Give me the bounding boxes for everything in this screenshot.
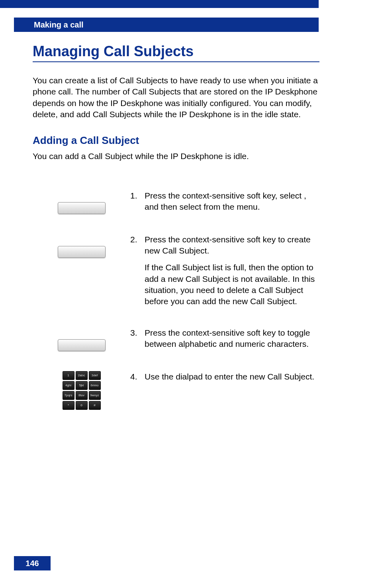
step-4-icon-cell: 1 2abc 3def 4ghi 5jkl 6mno 7pqrs 8tuv 9w… (33, 371, 130, 410)
section-header-bar: Making a call (14, 18, 319, 32)
dialpad-key-3: 3def (89, 371, 101, 380)
subheading: Adding a Call Subject (33, 134, 319, 147)
dialpad-key-4: 4ghi (63, 381, 74, 390)
intro-paragraph: You can create a list of Call Subjects t… (33, 75, 319, 120)
step-1-frag-a: Press the (145, 191, 182, 200)
step-2-body: Press the context-sensitive soft key to … (145, 234, 319, 307)
step-2-icon-cell (33, 234, 130, 258)
dialpad-icon: 1 2abc 3def 4ghi 5jkl 6mno 7pqrs 8tuv 9w… (63, 371, 101, 410)
step-2-note-body: If the Call Subject list is full, then t… (145, 263, 315, 306)
dialpad-key-9: 9wxyz (89, 391, 101, 400)
step-4-text: 4. Use the dialpad to enter the new Call… (130, 371, 319, 382)
step-row-1: 1. Press the context-sensitive soft key,… (33, 190, 319, 214)
step-1-frag-d: from the menu. (204, 202, 260, 211)
step-2-number: 2. (130, 234, 145, 307)
step-3-number: 3. (130, 327, 145, 350)
section-header-text: Making a call (34, 20, 84, 29)
steps-list: 1. Press the context-sensitive soft key,… (33, 190, 319, 410)
dialpad-key-5: 5jkl (76, 381, 88, 390)
content-area: Managing Call Subjects You can create a … (33, 43, 319, 430)
softkey-icon (58, 246, 106, 258)
step-3-body: Press the context-sensitive soft key to … (145, 327, 319, 350)
step-4-number: 4. (130, 371, 145, 382)
step-row-2: 2. Press the context-sensitive soft key … (33, 234, 319, 307)
step-row-3: 3. Press the context-sensitive soft key … (33, 327, 319, 351)
step-3-frag-a: Press the (145, 328, 182, 337)
step-2-note-block: If the Call Subject list is full, then t… (145, 262, 319, 307)
step-1-text: 1. Press the context-sensitive soft key,… (130, 190, 319, 213)
top-color-band (0, 0, 319, 8)
step-1-frag-b: context-sensitive soft key, select (182, 191, 304, 200)
step-4-frag-a: Use the dialpad to enter the new Call Su… (145, 372, 314, 381)
dialpad-key-hash: # (89, 401, 101, 410)
step-3-text: 3. Press the context-sensitive soft key … (130, 327, 319, 350)
step-2-frag-a: Press the (145, 235, 182, 244)
step-3-icon-cell (33, 327, 130, 351)
softkey-icon (58, 202, 106, 214)
page-title: Managing Call Subjects (33, 43, 319, 62)
page: Making a call Managing Call Subjects You… (0, 0, 380, 588)
step-1-number: 1. (130, 190, 145, 213)
step-1-icon-cell (33, 190, 130, 214)
sub-intro-paragraph: You can add a Call Subject while the IP … (33, 151, 319, 162)
dialpad-key-7: 7pqrs (63, 391, 74, 400)
dialpad-key-0: 0 (76, 401, 88, 410)
dialpad-key-2: 2abc (76, 371, 88, 380)
page-number-box: 146 (14, 556, 51, 570)
step-4-body: Use the dialpad to enter the new Call Su… (145, 371, 319, 382)
dialpad-key-8: 8tuv (76, 391, 88, 400)
step-2-text: 2. Press the context-sensitive soft key … (130, 234, 319, 307)
dialpad-key-6: 6mno (89, 381, 101, 390)
dialpad-key-1: 1 (63, 371, 74, 380)
dialpad-key-star: * (63, 401, 74, 410)
step-1-body: Press the context-sensitive soft key, se… (145, 190, 319, 213)
step-row-4: 1 2abc 3def 4ghi 5jkl 6mno 7pqrs 8tuv 9w… (33, 371, 319, 410)
softkey-icon (58, 339, 106, 351)
page-number: 146 (25, 559, 39, 568)
